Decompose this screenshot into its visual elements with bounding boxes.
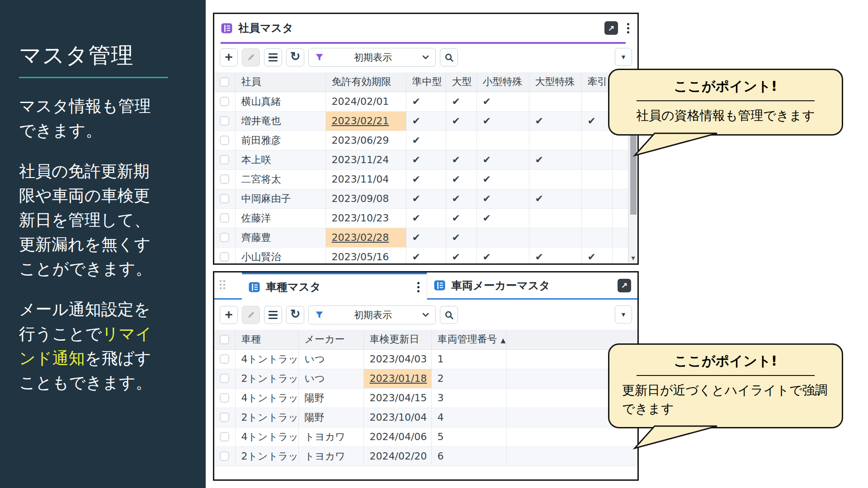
column-header[interactable]: 社員 [235, 72, 326, 92]
column-header[interactable]: 免許有効期限 [326, 72, 406, 92]
column-header[interactable]: 車両管理番号▲ [431, 330, 506, 349]
column-header[interactable]: 車種 [235, 330, 298, 349]
table-row[interactable]: 増井竜也2023/02/21✔✔✔✔✔ [214, 111, 628, 131]
row-checkbox[interactable] [220, 116, 229, 126]
table-row[interactable]: 4トントラック陽野2023/04/153 [214, 388, 637, 408]
page-title: マスタ管理 [19, 41, 133, 70]
row-checkbox[interactable] [220, 213, 229, 223]
chevron-down-icon [422, 313, 429, 317]
sidebar: マスタ管理 マスタ情報も管理できます。社員の免許更新期限や車両の車検更新日を管理… [0, 0, 206, 488]
expand-arrow-icon: ↗ [621, 281, 627, 290]
check-icon: ✔ [476, 208, 529, 228]
row-checkbox[interactable] [220, 77, 229, 87]
table-row[interactable]: 2トントラックトヨカワ2024/02/206 [214, 446, 637, 466]
more-options-dropdown[interactable]: ▼ [615, 48, 632, 66]
row-checkbox[interactable] [220, 374, 229, 383]
table-row[interactable]: 4トントラックトヨカワ2024/04/065 [214, 427, 637, 446]
vehicle-maker: いつゞ [298, 349, 363, 369]
column-header[interactable]: 大型特殊 [529, 72, 581, 92]
row-checkbox[interactable] [220, 413, 229, 422]
column-header[interactable]: 車検更新日 [363, 330, 431, 349]
license-expiry-date: 2023/09/08 [326, 189, 406, 208]
kebab-menu-icon[interactable] [626, 22, 630, 34]
hamburger-icon [269, 53, 278, 61]
refresh-button[interactable]: ↻ [286, 306, 304, 324]
tab-vehicle-type-master[interactable]: 車種マスタ [242, 272, 427, 300]
license-expiry-date: 2024/02/01 [326, 92, 406, 111]
employee-widget-header: 社員マスタ ↗ [214, 14, 637, 42]
drag-handle-icon[interactable] [220, 280, 225, 289]
add-record-button[interactable]: + [220, 48, 238, 66]
dropdown-triangle-icon: ▼ [620, 53, 627, 61]
row-checkbox[interactable] [220, 354, 229, 364]
vehicle-maker: 陽野 [298, 408, 363, 427]
table-row[interactable]: 横山真緒2024/02/01✔✔✔ [214, 92, 628, 111]
table-row[interactable]: 佐藤洋2023/10/23✔✔✔ [214, 208, 628, 228]
row-checkbox[interactable] [220, 155, 229, 164]
vehicle-table: 車種メーカー車検更新日車両管理番号▲ 4トントラックいつゞ2023/04/031… [214, 330, 637, 466]
table-row[interactable]: 前田雅彦2023/06/29✔ [214, 131, 628, 150]
table-row[interactable]: 本上咲2023/11/24✔✔✔✔ [214, 150, 628, 169]
check-icon: ✔ [476, 150, 529, 169]
checkbox-cell [214, 408, 235, 427]
column-header[interactable]: 小型特殊 [476, 72, 529, 92]
list-menu-button[interactable] [264, 48, 282, 66]
vehicle-type: 2トントラック [235, 408, 298, 427]
more-options-dropdown[interactable]: ▼ [615, 305, 632, 324]
empty-cell [581, 169, 612, 189]
table-row[interactable]: 中岡麻由子2023/09/08✔✔✔✔ [214, 189, 628, 208]
open-in-new-window-button[interactable]: ↗ [604, 21, 618, 35]
tab-vehicle-maker-master[interactable]: 車両メーカーマスタ ↗ [427, 272, 637, 300]
row-checkbox[interactable] [220, 174, 229, 184]
table-row[interactable]: 2トントラックいつゞ2023/01/182 [214, 369, 637, 388]
check-icon: ✔ [476, 169, 529, 189]
check-icon: ✔ [476, 92, 529, 111]
edit-button[interactable] [242, 48, 260, 66]
column-header[interactable]: メーカー [298, 330, 363, 349]
column-header[interactable]: 牽引 [581, 72, 612, 92]
inspection-renewal-date[interactable]: 2023/01/18 [363, 369, 431, 388]
table-row[interactable]: 二宮将太2023/11/04✔✔✔ [214, 169, 628, 189]
refresh-button[interactable]: ↻ [286, 48, 304, 66]
table-row[interactable]: 小山賢治2023/05/16✔✔✔✔✔ [214, 247, 628, 265]
vehicle-number: 4 [431, 408, 506, 427]
empty-cell [581, 228, 612, 247]
column-header[interactable]: 準中型 [406, 72, 446, 92]
kebab-menu-icon[interactable] [416, 281, 420, 293]
table-row[interactable]: 齊藤豊2023/02/28✔✔ [214, 228, 628, 247]
row-checkbox[interactable] [220, 432, 229, 441]
table-row[interactable]: 4トントラックいつゞ2023/04/031 [214, 349, 637, 369]
row-checkbox[interactable] [220, 335, 229, 344]
edit-button[interactable] [242, 306, 260, 324]
list-menu-button[interactable] [264, 306, 282, 324]
check-icon: ✔ [581, 111, 612, 131]
view-selector[interactable]: 初期表示 [308, 305, 436, 324]
check-icon: ✔ [406, 169, 446, 189]
row-checkbox[interactable] [220, 194, 229, 203]
view-selector[interactable]: 初期表示 [308, 48, 436, 67]
employee-header-row: 社員免許有効期限準中型大型小型特殊大型特殊牽引 [214, 72, 628, 92]
vehicle-number: 1 [431, 349, 506, 369]
column-header[interactable]: 大型 [446, 72, 476, 92]
row-checkbox[interactable] [220, 393, 229, 403]
add-record-button[interactable]: + [220, 306, 238, 324]
employee-name: 小山賢治 [235, 247, 326, 265]
scroll-down-icon[interactable]: ▼ [629, 255, 637, 261]
empty-cell [446, 131, 476, 150]
check-icon: ✔ [406, 228, 446, 247]
license-expiry-date[interactable]: 2023/02/21 [326, 111, 406, 131]
empty-cell [529, 228, 581, 247]
employee-name: 二宮将太 [235, 169, 326, 189]
license-expiry-date[interactable]: 2023/02/28 [326, 228, 406, 247]
row-checkbox[interactable] [220, 252, 229, 262]
callout-separator [637, 100, 815, 101]
open-in-new-window-button[interactable]: ↗ [618, 279, 631, 292]
employee-name: 増井竜也 [235, 111, 326, 131]
search-button[interactable] [440, 48, 458, 66]
row-checkbox[interactable] [220, 451, 229, 461]
row-checkbox[interactable] [220, 136, 229, 145]
search-button[interactable] [440, 306, 458, 324]
row-checkbox[interactable] [220, 97, 229, 106]
table-row[interactable]: 2トントラック陽野2023/10/044 [214, 408, 637, 427]
row-checkbox[interactable] [220, 233, 229, 242]
